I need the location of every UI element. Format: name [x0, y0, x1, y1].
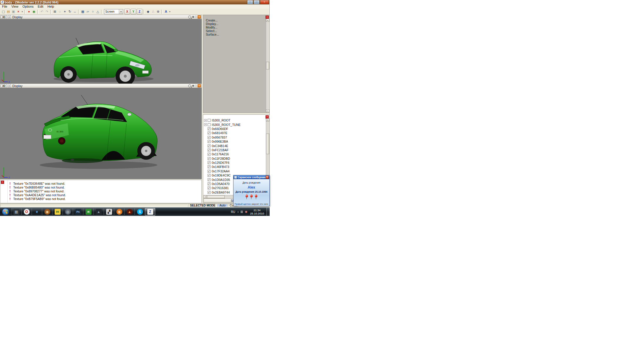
close-button[interactable]: ×: [260, 0, 269, 4]
material-row[interactable]: ✓0x11F28DBD: [204, 156, 266, 161]
material-row[interactable]: ✓0xFC21BAF: [204, 148, 266, 152]
scroll-down-icon[interactable]: ▼: [266, 109, 269, 113]
axis-y-button[interactable]: Y: [131, 9, 136, 14]
grid-icon[interactable]: ▦: [80, 9, 85, 14]
refresh-icon[interactable]: ◉: [31, 9, 36, 14]
zmodeler-icon[interactable]: Z: [145, 208, 155, 216]
material-checkbox[interactable]: ✓: [208, 182, 211, 185]
material-row[interactable]: ✓0xC34B14E: [204, 144, 266, 148]
hierarchy-root-row[interactable]: +IS300_ROOT: [204, 118, 266, 122]
material-checkbox[interactable]: ✓: [208, 136, 211, 139]
delete-dropdown-icon[interactable]: ▾: [21, 11, 24, 13]
title-bar[interactable]: Z body - ZModeler ver 2.2.2 (Build 964) …: [0, 0, 269, 4]
delete-icon[interactable]: ×: [16, 9, 21, 14]
menu-help[interactable]: Help: [45, 5, 56, 8]
skype-icon[interactable]: S: [135, 208, 145, 216]
menu-edit[interactable]: Edit: [36, 5, 45, 8]
combo-dropdown-icon[interactable]: ▾: [119, 9, 123, 14]
disc-app-icon[interactable]: ◎: [63, 208, 73, 216]
screen-space-combo[interactable]: Screen▾: [104, 9, 123, 14]
material-checkbox[interactable]: ✓: [208, 144, 211, 147]
command-select[interactable]: Select...: [206, 29, 219, 33]
material-row[interactable]: ✓0x146FB473: [204, 165, 266, 169]
material-row[interactable]: ✓0x9567837: [204, 135, 266, 139]
new-file-icon[interactable]: ▢: [1, 9, 6, 14]
box-primitive-icon[interactable]: ▱: [85, 9, 90, 14]
menu-view[interactable]: View: [9, 5, 21, 8]
minimize-button[interactable]: ─: [247, 0, 253, 4]
scroll-thumb[interactable]: [266, 62, 269, 69]
expand-icon[interactable]: +: [204, 119, 207, 122]
browser-round-icon[interactable]: ◉: [114, 208, 124, 216]
rotate-tool-icon[interactable]: ↻: [67, 9, 72, 14]
lasso-tool-icon[interactable]: ◌: [57, 9, 62, 14]
commands-scrollbar[interactable]: ▲ ▼: [266, 19, 269, 113]
material-checkbox[interactable]: ✓: [208, 191, 211, 194]
tray-status-icon[interactable]: ◉: [244, 210, 248, 213]
viewport2-header[interactable]: 3D < Display ◉ □ ×: [0, 84, 202, 88]
scroll-left-icon[interactable]: ◂: [203, 195, 207, 199]
material-row[interactable]: ✓0x996E3BA: [204, 139, 266, 144]
hscroll-thumb[interactable]: [207, 195, 225, 199]
close-viewport-icon[interactable]: ×: [198, 15, 201, 19]
zoom-icon[interactable]: [188, 16, 191, 19]
command-display[interactable]: Display...: [206, 22, 219, 26]
visibility-icon[interactable]: ◉: [192, 16, 194, 18]
scroll-thumb[interactable]: [266, 134, 269, 154]
menu-options[interactable]: Options: [20, 5, 36, 8]
viewport2-mode-button[interactable]: 3D: [1, 84, 7, 87]
expand-icon[interactable]: +: [204, 123, 207, 126]
material-row[interactable]: ✓0x125D67F6: [204, 161, 266, 165]
root-checkbox[interactable]: [208, 119, 211, 122]
scroll-up-icon[interactable]: ▲: [266, 118, 269, 121]
material-checkbox[interactable]: ✓: [208, 165, 211, 168]
normals-icon[interactable]: A: [163, 9, 168, 14]
redo-icon[interactable]: ↷: [44, 9, 49, 14]
maximize-button[interactable]: □: [253, 0, 260, 4]
material-checkbox[interactable]: ✓: [208, 170, 211, 173]
viewport2-back-button[interactable]: <: [8, 84, 11, 87]
material-checkbox[interactable]: ✓: [208, 161, 211, 164]
material-row[interactable]: ✓0x681497E: [204, 131, 266, 135]
graphics-app-icon[interactable]: ▞: [104, 208, 114, 216]
material-checkbox[interactable]: ✓: [208, 178, 211, 181]
viewport1-mode-button[interactable]: 3D: [1, 15, 7, 19]
log-close-button[interactable]: ×: [1, 181, 4, 184]
show-desktop-button[interactable]: [266, 208, 270, 216]
hidden-icons-arrow[interactable]: ▴: [237, 211, 240, 213]
root-checkbox[interactable]: [208, 123, 211, 126]
tray-minimizer-4t-icon[interactable]: 4t: [83, 208, 94, 216]
command-create[interactable]: Create...: [206, 19, 219, 22]
language-indicator[interactable]: RU: [229, 210, 236, 214]
open-folder-icon[interactable]: ▤: [6, 9, 11, 14]
move-tool-icon[interactable]: +: [62, 9, 67, 14]
tray-display-icon[interactable]: ▥: [239, 210, 244, 213]
hierarchy-root-row[interactable]: +IS300_ROOT_TUNE: [204, 122, 266, 126]
save-icon[interactable]: ▣: [11, 9, 16, 14]
material-checkbox[interactable]: ✓: [208, 187, 211, 189]
opera-icon[interactable]: O: [21, 208, 32, 216]
close-viewport-icon[interactable]: ×: [198, 84, 201, 87]
visibility-icon[interactable]: ◉: [192, 84, 194, 87]
material-checkbox[interactable]: ✓: [208, 149, 211, 151]
notification-close-button[interactable]: ×: [266, 176, 269, 179]
command-surface[interactable]: Surface...: [206, 33, 219, 36]
game-app-icon[interactable]: ▲: [94, 208, 104, 216]
weld-icon[interactable]: ∴: [151, 9, 156, 14]
clock[interactable]: 21:34 25.10.2010: [248, 209, 266, 215]
material-checkbox[interactable]: ✓: [208, 153, 211, 156]
material-checkbox[interactable]: ✓: [208, 131, 211, 134]
snap-icon[interactable]: ◆: [146, 9, 151, 14]
material-checkbox[interactable]: ✓: [208, 157, 211, 160]
viewport1-header[interactable]: 3D < Display ◉ □ ×: [0, 15, 202, 19]
menu-file[interactable]: File: [0, 5, 9, 8]
undo-icon[interactable]: ↶: [39, 9, 44, 14]
viewport1-back-button[interactable]: <: [8, 15, 11, 19]
commands-panel-close-button[interactable]: ×: [266, 16, 269, 19]
material-row[interactable]: ✓0x17F32AA4: [204, 169, 266, 173]
select-tool-icon[interactable]: ⊞: [52, 9, 57, 14]
scroll-up-icon[interactable]: ▲: [266, 19, 269, 22]
flame-app-icon[interactable]: ▲: [124, 208, 135, 216]
material-checkbox[interactable]: ✓: [208, 174, 211, 177]
notification-title-bar[interactable]: Сервисное сообщение ×: [233, 175, 269, 179]
